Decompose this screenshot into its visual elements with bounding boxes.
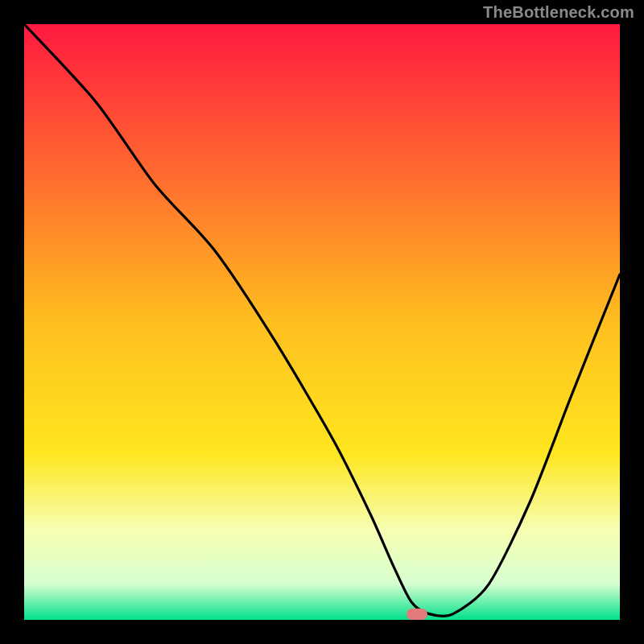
chart-container: TheBottleneck.com (0, 0, 644, 644)
chart-svg (24, 24, 620, 620)
plot-area (24, 24, 620, 620)
optimal-point-marker (407, 609, 427, 620)
gradient-background (24, 24, 620, 620)
watermark-text: TheBottleneck.com (483, 3, 634, 22)
